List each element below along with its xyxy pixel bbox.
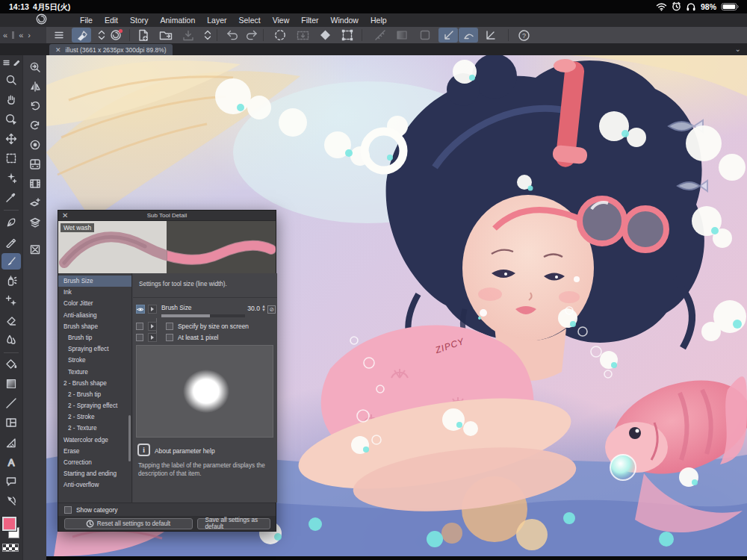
flip-canvas-button[interactable] (25, 79, 45, 94)
eyedropper-tool[interactable] (1, 189, 21, 205)
category-ink[interactable]: Ink (58, 287, 131, 298)
category-starting-and-ending[interactable]: Starting and ending (58, 468, 131, 479)
at-least-1-pixel-checkbox[interactable] (166, 334, 173, 341)
file-switch-chevrons-icon[interactable] (199, 28, 216, 43)
menu-filter[interactable]: Filter (301, 16, 318, 25)
tab-close-icon[interactable]: ✕ (55, 46, 61, 54)
hand-tool[interactable] (1, 91, 21, 108)
foreground-color-swatch[interactable] (2, 517, 16, 531)
rotate-canvas-left-button[interactable] (25, 99, 45, 113)
blend-tool[interactable] (1, 332, 21, 348)
list-scrollbar[interactable] (128, 415, 131, 461)
gradient-icon[interactable] (394, 28, 410, 43)
reset-display-button[interactable] (25, 60, 45, 75)
balloon-tool[interactable] (1, 473, 21, 490)
collapse-left-icon[interactable]: « (3, 31, 7, 40)
clip-studio-logo-icon[interactable] (36, 13, 47, 28)
menu-edit[interactable]: Edit (105, 16, 118, 25)
canvas-tab[interactable]: ✕ illust (3661 x 2635px 300dpi 89.8%) (49, 44, 173, 55)
palette-dock-controls[interactable]: « « › (0, 27, 46, 43)
pencil-tool[interactable] (1, 234, 21, 250)
decoration-tool[interactable] (1, 292, 21, 308)
specify-by-size-checkbox[interactable] (166, 323, 173, 330)
category-texture[interactable]: Texture (58, 367, 131, 378)
tool-switch-chevrons-icon[interactable] (93, 28, 110, 43)
airbrush-tool[interactable] (1, 273, 21, 289)
category-stroke[interactable]: Stroke (58, 355, 131, 366)
value-stepper-icon[interactable]: ▲▼ (261, 305, 266, 312)
menu-view[interactable]: View (273, 16, 290, 25)
operation-tool[interactable] (1, 111, 21, 128)
transform-icon[interactable] (339, 28, 356, 43)
save-all-settings-button[interactable]: Save all settings as default (197, 518, 270, 529)
current-tool-pen-icon[interactable] (72, 28, 91, 43)
menu-window[interactable]: Window (331, 16, 359, 25)
timelapse-button[interactable] (25, 137, 45, 152)
move-layer-tool[interactable] (1, 131, 21, 147)
category-2-brush-tip[interactable]: 2 - Brush tip (58, 389, 131, 400)
category-brush-shape[interactable]: Brush shape (58, 321, 131, 332)
menu-layer[interactable]: Layer (207, 16, 226, 25)
save-icon[interactable] (180, 28, 196, 43)
menu-animation[interactable]: Animation (161, 16, 196, 25)
category-brush-tip[interactable]: Brush tip (58, 332, 131, 343)
option2-expand-arrow[interactable] (148, 333, 157, 342)
show-category-checkbox[interactable] (64, 506, 72, 514)
snap-to-special-ruler-icon[interactable] (459, 28, 478, 43)
help-icon[interactable]: ? (515, 28, 532, 43)
reset-rotation-button[interactable] (25, 118, 45, 133)
new-layer-button[interactable] (25, 196, 45, 211)
palette-menu-icon[interactable] (51, 28, 67, 43)
text-tool[interactable]: A (1, 454, 21, 470)
tab-list-chevron-icon[interactable]: ⌄ (735, 45, 741, 53)
gradient-tool[interactable] (1, 376, 21, 392)
category-brush-size[interactable]: Brush Size (58, 276, 131, 287)
snap-to-ruler-icon[interactable] (438, 28, 458, 43)
expand-icon[interactable]: › (28, 31, 31, 40)
category-anti-overflow[interactable]: Anti-overflow (58, 479, 131, 491)
redo-icon[interactable] (244, 28, 260, 43)
category-color-jitter[interactable]: Color Jitter (58, 298, 131, 309)
snap-to-grid-icon[interactable] (482, 28, 498, 43)
select-canvas-button[interactable] (25, 242, 45, 257)
timeline-button[interactable] (25, 176, 45, 191)
menu-story[interactable]: Story (130, 16, 149, 25)
reset-all-settings-button[interactable]: Reset all settings to default (64, 518, 193, 529)
auto-select-tool[interactable] (1, 169, 21, 186)
edit-palette-icon[interactable] (13, 55, 20, 69)
category-erase[interactable]: Erase (58, 446, 131, 457)
option1-left-checkbox[interactable] (136, 323, 143, 330)
transparent-color-swatch[interactable] (2, 544, 19, 552)
option1-expand-arrow[interactable] (148, 322, 157, 331)
dynamics-button[interactable]: ⊘ (267, 305, 276, 314)
category-anti-aliasing[interactable]: Anti-aliasing (58, 310, 131, 321)
frame-border-icon[interactable] (417, 28, 433, 43)
category-spraying-effect[interactable]: Spraying effect (58, 343, 131, 355)
dialog-title-bar[interactable]: ✕ Sub Tool Detail (58, 211, 276, 221)
frame-border-tool[interactable] (1, 414, 21, 431)
palette-menu-icon[interactable] (3, 55, 10, 69)
category-2-stroke[interactable]: 2 - Stroke (58, 411, 131, 423)
category-correction[interactable]: Correction (58, 457, 131, 468)
parameter-expand-arrow[interactable] (148, 305, 157, 314)
menu-file[interactable]: File (80, 16, 93, 25)
category-2-brush-shape[interactable]: 2 - Brush shape (58, 378, 131, 389)
open-file-icon[interactable] (158, 28, 174, 43)
layer-stack-button[interactable] (25, 215, 45, 230)
figure-tool[interactable] (1, 395, 21, 411)
menu-select[interactable]: Select (239, 16, 261, 25)
parameter-visibility-toggle[interactable] (136, 305, 145, 314)
eraser-tool[interactable] (1, 311, 21, 328)
line-correction-tool[interactable] (1, 493, 21, 509)
menu-help[interactable]: Help (371, 16, 387, 25)
clear-layer-icon[interactable] (317, 28, 333, 43)
workspace-button[interactable] (25, 157, 45, 172)
screenshot-icon[interactable] (294, 28, 311, 43)
fill-tool[interactable] (1, 356, 21, 373)
brush-tool[interactable] (1, 253, 21, 270)
option2-left-checkbox[interactable] (136, 334, 143, 341)
ruler-tool[interactable] (1, 435, 21, 451)
dock-handle[interactable] (12, 31, 14, 39)
collapse-icon[interactable]: « (19, 31, 23, 40)
pen-tool[interactable] (1, 214, 21, 231)
